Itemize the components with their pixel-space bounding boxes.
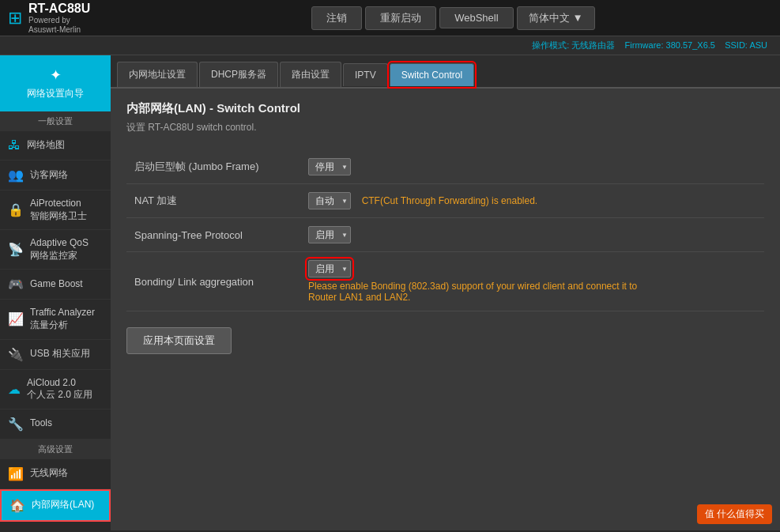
bonding-select-wrapper: 启用 停用	[308, 260, 351, 277]
sidebar-item-label: Tools	[30, 417, 52, 430]
sidebar-item-aicloud[interactable]: ☁ AiCloud 2.0个人云 2.0 应用	[0, 370, 111, 409]
content-area: 内网地址设置 DHCP服务器 路由设置 IPTV Switch Control …	[111, 55, 780, 530]
sidebar-item-usb-apps[interactable]: 🔌 USB 相关应用	[0, 340, 111, 370]
tab-route[interactable]: 路由设置	[280, 62, 341, 87]
tab-bar: 内网地址设置 DHCP服务器 路由设置 IPTV Switch Control	[111, 55, 780, 89]
top-nav: 注销 重新启动 WebShell 简体中文 ▼	[134, 6, 772, 30]
bonding-label: Bonding/ Link aggregation	[126, 252, 300, 311]
settings-table: 启动巨型帧 (Jumbo Frame) 停用 启用 NAT	[126, 150, 764, 311]
status-bar: 操作模式: 无线路由器 Firmware: 380.57_X6.5 SSID: …	[0, 36, 780, 55]
sidebar-item-label: 内部网络(LAN)	[32, 499, 94, 511]
sidebar-section-advanced: 高级设置	[0, 440, 111, 459]
traffic-analyzer-icon: 📈	[8, 311, 24, 326]
page-subtitle: 设置 RT-AC88U switch control.	[126, 121, 764, 134]
guest-network-icon: 👥	[8, 168, 24, 183]
tab-switch-control[interactable]: Switch Control	[390, 63, 474, 86]
sidebar: ✦ 网络设置向导 一般设置 🖧 网络地图 👥 访客网络 🔒 AiProtecti…	[0, 55, 111, 530]
nat-accel-note: CTF(Cut Through Forwarding) is enabled.	[362, 195, 538, 206]
sidebar-item-game-boost[interactable]: 🎮 Game Boost	[0, 270, 111, 300]
usb-apps-icon: 🔌	[8, 347, 24, 362]
main-layout: ✦ 网络设置向导 一般设置 🖧 网络地图 👥 访客网络 🔒 AiProtecti…	[0, 55, 780, 530]
sidebar-wizard-button[interactable]: ✦ 网络设置向导	[0, 55, 111, 111]
bonding-select[interactable]: 启用 停用	[308, 260, 351, 277]
logout-button[interactable]: 注销	[311, 6, 362, 30]
jumbo-frame-select[interactable]: 停用 启用	[308, 158, 351, 175]
sidebar-item-tools[interactable]: 🔧 Tools	[0, 409, 111, 440]
sidebar-item-label: USB 相关应用	[30, 348, 90, 360]
stp-select[interactable]: 启用 停用	[308, 226, 351, 243]
lan-icon: 🏠	[9, 498, 25, 513]
sidebar-item-adaptive-qos[interactable]: 📡 Adaptive QoS网络监控家	[0, 230, 111, 270]
logo-area: ⊞ RT-AC88U Powered by Asuswrt-Merlin	[8, 2, 134, 35]
nat-accel-select-wrapper: 自动 启用 停用	[308, 192, 351, 209]
sidebar-item-lan[interactable]: 🏠 内部网络(LAN)	[0, 489, 111, 522]
page-title: 内部网络(LAN) - Switch Control	[126, 101, 764, 116]
sidebar-item-label: AiProtection智能网络卫士	[30, 198, 87, 222]
router-icon: ⊞	[8, 8, 22, 28]
bonding-row: Bonding/ Link aggregation 启用 停用 Please e…	[126, 252, 764, 311]
tab-lan-ip[interactable]: 内网地址设置	[117, 62, 198, 87]
nat-accel-control: 自动 启用 停用 CTF(Cut Through Forwarding) is …	[300, 184, 764, 218]
language-button[interactable]: 简体中文 ▼	[517, 6, 595, 30]
sidebar-item-label: AiCloud 2.0个人云 2.0 应用	[27, 377, 92, 402]
stp-row: Spanning-Tree Protocol 启用 停用	[126, 218, 764, 252]
sidebar-item-label: Traffic Analyzer流量分析	[30, 307, 95, 331]
watermark: 值 什么值得买	[697, 504, 772, 524]
stp-select-wrapper: 启用 停用	[308, 226, 351, 243]
jumbo-frame-select-wrapper: 停用 启用	[308, 158, 351, 175]
stp-label: Spanning-Tree Protocol	[126, 218, 300, 252]
jumbo-frame-label: 启动巨型帧 (Jumbo Frame)	[126, 150, 300, 184]
router-model: RT-AC88U	[28, 2, 90, 16]
sidebar-section-general: 一般设置	[0, 111, 111, 131]
network-map-icon: 🖧	[8, 138, 21, 153]
jumbo-frame-row: 启动巨型帧 (Jumbo Frame) 停用 启用	[126, 150, 764, 184]
powered-by: Powered by Asuswrt-Merlin	[28, 16, 90, 35]
stp-control: 启用 停用	[300, 218, 764, 252]
reboot-button[interactable]: 重新启动	[365, 6, 436, 30]
bonding-control: 启用 停用 Please enable Bonding (802.3ad) su…	[300, 252, 764, 311]
game-boost-icon: 🎮	[8, 277, 24, 292]
sidebar-item-network-map[interactable]: 🖧 网络地图	[0, 131, 111, 160]
jumbo-frame-control: 停用 启用	[300, 150, 764, 184]
tab-dhcp[interactable]: DHCP服务器	[199, 62, 278, 87]
nat-accel-row: NAT 加速 自动 启用 停用 CTF(Cut Through Forwardi…	[126, 184, 764, 218]
tab-iptv[interactable]: IPTV	[343, 63, 388, 86]
aiprotection-icon: 🔒	[8, 202, 24, 217]
sidebar-item-guest-network[interactable]: 👥 访客网络	[0, 160, 111, 191]
sidebar-item-label: 网络地图	[27, 139, 65, 152]
sidebar-wizard-label: 网络设置向导	[6, 87, 104, 100]
sidebar-item-label: 无线网络	[30, 467, 68, 480]
sidebar-item-label: Adaptive QoS网络监控家	[30, 237, 89, 262]
nat-accel-select[interactable]: 自动 启用 停用	[308, 192, 351, 209]
wizard-icon: ✦	[6, 66, 104, 84]
wireless-icon: 📶	[8, 466, 24, 481]
bonding-note: Please enable Bonding (802.3ad) support …	[308, 281, 664, 303]
page-content: 内部网络(LAN) - Switch Control 设置 RT-AC88U s…	[111, 89, 780, 367]
aicloud-icon: ☁	[8, 382, 21, 397]
sidebar-item-wireless[interactable]: 📶 无线网络	[0, 459, 111, 489]
chevron-down-icon: ▼	[573, 12, 583, 24]
sidebar-item-traffic-analyzer[interactable]: 📈 Traffic Analyzer流量分析	[0, 300, 111, 339]
adaptive-qos-icon: 📡	[8, 242, 24, 257]
sidebar-item-label: Game Boost	[30, 278, 83, 291]
webshell-button[interactable]: WebShell	[439, 7, 513, 28]
top-bar: ⊞ RT-AC88U Powered by Asuswrt-Merlin 注销 …	[0, 0, 780, 36]
sidebar-item-label: 访客网络	[30, 169, 68, 182]
tools-icon: 🔧	[8, 417, 24, 432]
nat-accel-label: NAT 加速	[126, 184, 300, 218]
apply-button[interactable]: 应用本页面设置	[126, 327, 232, 354]
sidebar-item-aiprotection[interactable]: 🔒 AiProtection智能网络卫士	[0, 191, 111, 230]
